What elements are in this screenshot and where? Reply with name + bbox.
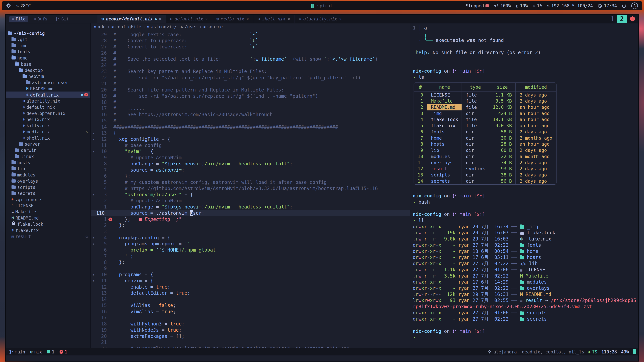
- code-line[interactable]: 17# ......: [91, 105, 410, 112]
- breadcrumb-item[interactable]: ❄astronvim/lua/user: [147, 24, 198, 29]
- code-line[interactable]: 16 vimAlias = true;: [91, 309, 410, 315]
- tabpage-2[interactable]: 2: [617, 15, 627, 23]
- buffer-tab[interactable]: ❄media.nix×: [212, 15, 254, 23]
- tree-item[interactable]: neovim: [6, 73, 90, 79]
- tabpage-1[interactable]: 1: [607, 15, 617, 23]
- tree-item[interactable]: ▤result○: [6, 233, 90, 239]
- close-buffer-icon[interactable]: ×: [159, 16, 161, 21]
- tree-item[interactable]: astronvim_user: [6, 79, 90, 85]
- tree-item[interactable]: hosts: [6, 159, 90, 165]
- code-line[interactable]: 17: [91, 315, 410, 321]
- tree-item[interactable]: flake.lock: [6, 221, 90, 227]
- code-line[interactable]: ▾13{: [91, 130, 410, 136]
- code-line[interactable]: 20 extraPackages = [];: [91, 333, 410, 340]
- code-line[interactable]: 19# sed -ri "s/pattern_str/replace_str/g…: [91, 93, 410, 99]
- tree-item[interactable]: base: [6, 61, 90, 67]
- code-line[interactable]: ▾3 "astronvim/lua/user" = {: [91, 192, 410, 198]
- tree-item[interactable]: ❄shell.nix: [6, 135, 90, 141]
- code-line[interactable]: 1× }; ■ Expecting ";": [91, 216, 410, 223]
- code-line[interactable]: 29# Toggle text's case: `~`: [91, 32, 410, 38]
- tree-item[interactable]: ❄alacritty.nix: [6, 98, 90, 104]
- code-line[interactable]: 7 '';: [91, 253, 410, 259]
- tree-item[interactable]: overlays: [6, 178, 90, 184]
- breadcrumb-item[interactable]: ❄source: [204, 24, 223, 29]
- tab-bufs[interactable]: ▦Bufs: [31, 16, 50, 22]
- clock-widget[interactable]: 17:34: [598, 3, 617, 8]
- tree-item[interactable]: ❄helix.nix: [6, 116, 90, 122]
- close-buffer-icon[interactable]: ×: [288, 16, 290, 21]
- tree-item[interactable]: MREADME.md: [6, 215, 90, 221]
- code-line[interactable]: 6 prefix = ''${HOME}/.npm-global: [91, 247, 410, 253]
- code-line[interactable]: 25# Save the selected text to a file: `:…: [91, 56, 410, 62]
- tree-item[interactable]: ~/nix-config: [6, 30, 90, 36]
- buffer-tab[interactable]: ❄alacritty.nix×: [295, 15, 346, 23]
- tree-item[interactable]: .git: [6, 36, 90, 42]
- code-line[interactable]: 24#: [91, 62, 410, 68]
- tree-item[interactable]: ❄default.nix: [6, 104, 90, 110]
- tree-item[interactable]: linux: [6, 153, 90, 159]
- usage-widget[interactable]: ◐ 10%: [516, 3, 528, 8]
- code-line[interactable]: 20# Search file name pattern and Replace…: [91, 87, 410, 93]
- tree-item[interactable]: ❄default.nix●×: [6, 91, 90, 98]
- close-buffer-icon[interactable]: ×: [339, 16, 342, 21]
- tree-item[interactable]: scripts: [6, 184, 90, 190]
- code-line[interactable]: 8 };: [91, 259, 410, 266]
- tree-item[interactable]: server: [6, 141, 90, 147]
- git-branch-segment[interactable]: main: [9, 349, 25, 354]
- tree-item[interactable]: lib: [6, 165, 90, 172]
- code-line[interactable]: 19 withNodeJs = true;: [91, 327, 410, 333]
- code-line[interactable]: 5 # my cusotom astronvim config, astronv…: [91, 179, 410, 186]
- buffer-tab[interactable]: ❄shell.nix×: [254, 15, 295, 23]
- code-line[interactable]: ▾5 programs.npm.npmrc = '': [91, 241, 410, 247]
- gear-icon[interactable]: [6, 3, 11, 8]
- tree-item[interactable]: §LICENSE: [6, 202, 90, 209]
- code-line[interactable]: ▾11 neovim = {: [91, 278, 410, 284]
- command-line[interactable]: [6, 356, 638, 361]
- keyboard-layout-badge[interactable]: A: [631, 2, 638, 9]
- code-line[interactable]: ▾10 programs = {: [91, 272, 410, 278]
- code-line[interactable]: 21#: [91, 81, 410, 87]
- tab-git[interactable]: Git: [53, 16, 72, 22]
- code-line[interactable]: 14######################################…: [91, 124, 410, 130]
- breadcrumb-item[interactable]: ❄xdg: [94, 24, 106, 29]
- breadcrumb-item[interactable]: ❄configFile: [112, 24, 141, 29]
- tree-item[interactable]: _img: [6, 42, 90, 48]
- code-line[interactable]: 26#: [91, 50, 410, 56]
- tree-item[interactable]: ❄kitty.nix: [6, 122, 90, 129]
- terminal-panel[interactable]: 1 │ a · ┬ · ╰── executable was not found…: [410, 23, 638, 348]
- code-line[interactable]: 27# Convert to lowercase: `u`: [91, 44, 410, 50]
- code-line[interactable]: 18 withPython3 = true;: [91, 321, 410, 327]
- code-line[interactable]: 7 source = astronvim;: [91, 167, 410, 173]
- code-line[interactable]: 8 onChange = "${pkgs.neovim}/bin/nvim --…: [91, 161, 410, 167]
- code-area[interactable]: 29# Toggle text's case: `~` 28# Convert …: [91, 29, 410, 348]
- code-line[interactable]: 110 source = ./astronvim_user;: [91, 210, 410, 216]
- buffer-tab[interactable]: ❄neovim/default.nix●×: [97, 15, 166, 23]
- code-line[interactable]: 22# sed -ri "s/pattern_str/replace_str/g…: [91, 75, 410, 81]
- tree-item[interactable]: ❄development.nix: [6, 110, 90, 116]
- close-buffer-icon[interactable]: ×: [205, 16, 208, 21]
- brightness-widget[interactable]: ☀ 1%: [533, 3, 542, 8]
- code-line[interactable]: 28# Convert to uppercase: `U`: [91, 38, 410, 44]
- code-line[interactable]: 2 };: [91, 222, 410, 229]
- error-count-segment[interactable]: × 1: [59, 349, 67, 354]
- code-line[interactable]: ▾4 nixpkgs.config = {: [91, 235, 410, 241]
- code-line[interactable]: 23# Search key pattern and Replace in Mu…: [91, 68, 410, 75]
- tree-item[interactable]: ❄flake.nix: [6, 227, 90, 233]
- power-icon[interactable]: [622, 3, 626, 8]
- code-line[interactable]: 6 };: [91, 173, 410, 179]
- code-line[interactable]: 12 enable = true;: [91, 284, 410, 290]
- tree-item[interactable]: desktop: [6, 67, 90, 73]
- code-line[interactable]: 3: [91, 229, 410, 235]
- code-line[interactable]: ▾12 xdg.configFile = {: [91, 136, 410, 142]
- recorder-widget[interactable]: Stopped: [466, 3, 489, 8]
- close-buffer-icon[interactable]: ×: [246, 16, 249, 21]
- tree-item[interactable]: fonts: [6, 48, 90, 55]
- code-line[interactable]: 9: [91, 266, 410, 272]
- code-line[interactable]: 11 # base config: [91, 142, 410, 149]
- tree-item[interactable]: modules: [6, 172, 90, 178]
- media-widget[interactable]: spiral: [311, 3, 332, 8]
- tree-item[interactable]: darwin: [6, 147, 90, 153]
- code-line[interactable]: 1 onChange = "${pkgs.neovim}/bin/nvim --…: [91, 204, 410, 210]
- tree-item[interactable]: ≡Makefile: [6, 209, 90, 215]
- code-line[interactable]: 9 # update AstroNvim: [91, 155, 410, 161]
